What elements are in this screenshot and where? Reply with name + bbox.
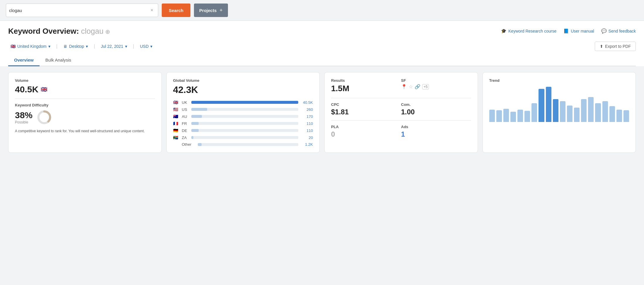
difficulty-sub: Possible [15, 120, 33, 124]
date-filter[interactable]: Jul 22, 2021 ▾ [98, 43, 129, 50]
results-sf-grid: Results 1.5M SF 📍 ☆ 🔗 +5 [331, 78, 471, 93]
com-col: Com. 1.00 [401, 102, 471, 116]
com-value: 1.00 [401, 108, 471, 116]
trend-bar [616, 110, 622, 122]
trend-bar [503, 109, 509, 122]
trend-bar [595, 103, 601, 122]
com-label: Com. [401, 102, 471, 107]
us-code: US [182, 107, 189, 112]
export-button[interactable]: ⬆ Export to PDF [595, 42, 636, 51]
uk-code: UK [182, 100, 189, 105]
clear-button[interactable]: × [149, 8, 155, 13]
results-col: Results 1.5M [331, 78, 401, 93]
desktop-icon: 🖥 [63, 44, 67, 49]
add-keyword-button[interactable]: ⊕ [105, 28, 110, 35]
device-label: Desktop [69, 44, 84, 49]
cpc-value: $1.81 [331, 108, 401, 116]
uk-flag-icon: 🇬🇧 [11, 44, 16, 49]
de-code: DE [182, 128, 189, 133]
currency-filter[interactable]: USD ▾ [138, 43, 155, 50]
page-title: Keyword Overview: clogau⊕ [8, 27, 110, 36]
device-filter[interactable]: 🖥 Desktop ▾ [61, 43, 90, 50]
volume-label: Volume [15, 78, 155, 83]
trend-bar [524, 111, 530, 122]
trend-card: Trend [483, 72, 636, 153]
currency-chevron-icon: ▾ [150, 44, 152, 49]
location-icon: 📍 [401, 84, 407, 89]
difficulty-label: Keyword Difficulty [15, 103, 155, 107]
trend-bar [496, 110, 502, 122]
ads-label: Ads [401, 125, 471, 129]
trend-bar [623, 110, 629, 122]
other-row: Other 1.2K [173, 142, 313, 147]
country-row-uk: 🇬🇧 UK 40.5K [173, 100, 313, 105]
trend-bar [489, 110, 495, 122]
trend-bar [517, 110, 523, 122]
country-label: United Kingdom [17, 44, 47, 49]
pla-value: 0 [331, 130, 401, 138]
difficulty-row: 38% Possible [15, 110, 155, 125]
feedback-link-label: Send feedback [609, 29, 636, 33]
results-label: Results [331, 78, 401, 83]
de-value: 110 [301, 128, 313, 133]
filter-divider-2: | [93, 44, 96, 49]
card-divider-1 [15, 99, 155, 99]
tab-bulk-analysis[interactable]: Bulk Analysis [40, 55, 77, 66]
title-keyword: clogau [81, 27, 104, 35]
feedback-icon: 💬 [601, 28, 607, 34]
trend-bar [510, 112, 516, 122]
link-icon: 🔗 [415, 84, 420, 89]
projects-label: Projects [199, 8, 217, 13]
cpc-label: CPC [331, 102, 401, 107]
date-chevron-icon: ▾ [125, 44, 127, 49]
za-code: ZA [182, 135, 189, 140]
filter-divider-1: | [55, 44, 59, 49]
trend-bar [560, 101, 565, 122]
trend-bar [602, 101, 608, 122]
us-bar [191, 108, 299, 111]
trend-label: Trend [489, 78, 629, 83]
search-wrapper: × [6, 4, 158, 17]
ads-col: Ads 1 [401, 125, 471, 138]
pla-col: PLA 0 [331, 125, 401, 138]
country-filter[interactable]: 🇬🇧 United Kingdom ▾ [8, 43, 53, 50]
sf-col: SF 📍 ☆ 🔗 +5 [401, 78, 471, 93]
user-manual-link[interactable]: 📘 User manual [563, 28, 594, 34]
course-link-label: Keyword Research course [508, 29, 556, 33]
course-icon: 🎓 [501, 28, 507, 34]
sf-plus-badge: +5 [422, 84, 429, 89]
main-content: Keyword Overview: clogau⊕ 🎓 Keyword Rese… [0, 21, 644, 66]
za-bar [191, 136, 299, 139]
trend-bar [609, 106, 615, 122]
tab-overview[interactable]: Overview [8, 55, 40, 66]
send-feedback-link[interactable]: 💬 Send feedback [601, 28, 636, 34]
other-bar [198, 143, 299, 146]
keyword-research-course-link[interactable]: 🎓 Keyword Research course [501, 28, 556, 34]
trend-bar [546, 87, 551, 122]
pla-label: PLA [331, 125, 401, 129]
fr-value: 110 [301, 121, 313, 126]
difficulty-value: 38% [15, 110, 33, 120]
projects-button[interactable]: Projects + [194, 4, 228, 17]
title-area: Keyword Overview: clogau⊕ [8, 27, 110, 36]
sf-icons: 📍 ☆ 🔗 +5 [401, 84, 471, 89]
search-input[interactable] [9, 8, 149, 13]
fr-bar [191, 122, 299, 125]
cards-area: Volume 40.5K 🇬🇧 Keyword Difficulty 38% P… [0, 66, 644, 159]
manual-link-label: User manual [571, 29, 594, 33]
country-row-za: 🇿🇦 ZA 20 [173, 135, 313, 140]
search-button[interactable]: Search [162, 4, 190, 17]
us-value: 260 [301, 107, 313, 112]
trend-bar [581, 99, 587, 122]
device-chevron-icon: ▾ [86, 44, 88, 49]
currency-label: USD [140, 44, 149, 49]
trend-chart [489, 87, 629, 122]
trend-bar [553, 99, 558, 122]
au-bar [191, 115, 299, 118]
us-flag: 🇺🇸 [173, 107, 180, 112]
filter-divider-3: | [132, 44, 135, 49]
results-card: Results 1.5M SF 📍 ☆ 🔗 +5 CPC $1.81 Com. [324, 72, 478, 153]
results-value: 1.5M [331, 84, 401, 93]
ads-value: 1 [401, 130, 471, 138]
uk-bar [191, 101, 299, 104]
